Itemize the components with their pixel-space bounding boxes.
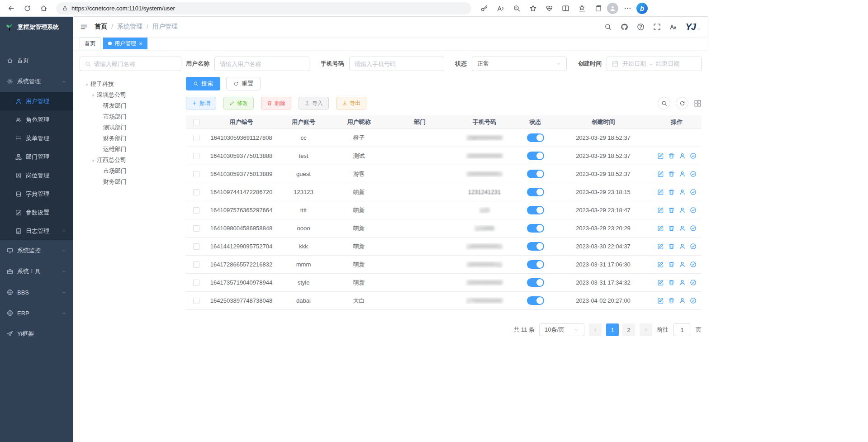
sidebar-item-dict-management[interactable]: 字典管理 <box>0 185 73 203</box>
fullscreen-icon[interactable] <box>653 23 661 31</box>
tab-close-icon[interactable]: × <box>139 41 142 47</box>
edit-row-button[interactable] <box>657 279 664 286</box>
sidebar-item-log-management[interactable]: 日志管理 <box>0 222 73 240</box>
delete-row-button[interactable] <box>668 261 675 268</box>
favorites-bar-icon[interactable] <box>574 1 589 15</box>
tree-node[interactable]: 财务部门 <box>80 176 181 187</box>
reset-button[interactable]: 重置 <box>226 77 261 90</box>
bing-copilot-icon[interactable]: b <box>636 3 648 14</box>
status-select[interactable]: 正常 <box>472 57 567 71</box>
tree-node[interactable]: ▾橙子科技 <box>80 79 181 90</box>
reset-password-row-button[interactable] <box>679 297 686 304</box>
sidebar-item-yi-framework[interactable]: Yi框架 <box>0 323 73 344</box>
edit-row-button[interactable] <box>657 225 664 232</box>
edit-row-button[interactable] <box>657 261 664 268</box>
tree-node[interactable]: 财务部门 <box>80 133 181 144</box>
tab-首页[interactable]: 首页 <box>80 38 100 49</box>
delete-row-button[interactable] <box>668 152 675 159</box>
goto-page-input[interactable] <box>673 323 691 336</box>
dept-search-input[interactable] <box>94 61 176 67</box>
sidebar-item-dept-management[interactable]: 部门管理 <box>0 147 73 166</box>
status-toggle[interactable] <box>527 152 544 160</box>
sidebar-item-user-management[interactable]: 用户管理 <box>0 92 73 110</box>
tree-node[interactable]: 研发部门 <box>80 100 181 111</box>
tree-node[interactable]: 市场部门 <box>80 166 181 176</box>
status-toggle[interactable] <box>527 133 544 142</box>
sidebar-item-bbs[interactable]: BBS <box>0 282 73 303</box>
profile-avatar[interactable] <box>607 3 618 14</box>
reset-password-row-button[interactable] <box>679 261 686 268</box>
assign-role-row-button[interactable] <box>690 171 697 177</box>
more-menu-icon[interactable] <box>620 1 635 15</box>
status-toggle[interactable] <box>527 296 544 305</box>
delete-row-button[interactable] <box>668 243 675 250</box>
sidebar-item-post-management[interactable]: 岗位管理 <box>0 166 73 185</box>
assign-role-row-button[interactable] <box>690 152 697 159</box>
export-button[interactable]: 导出 <box>336 97 366 109</box>
tree-node[interactable]: 市场部门 <box>80 111 181 122</box>
sidebar-item-menu-management[interactable]: 菜单管理 <box>0 129 73 147</box>
reset-password-row-button[interactable] <box>679 152 686 159</box>
phone-input[interactable] <box>355 61 439 67</box>
prev-page-button[interactable] <box>589 323 602 336</box>
sidebar-item-system-tools[interactable]: 系统工具 <box>0 261 73 282</box>
row-checkbox[interactable] <box>193 153 199 159</box>
delete-row-button[interactable] <box>668 225 675 232</box>
date-range-picker[interactable]: 开始日期 - 结束日期 <box>607 57 702 71</box>
breadcrumb-system[interactable]: 系统管理 <box>117 23 142 31</box>
reset-password-row-button[interactable] <box>679 243 686 250</box>
edit-row-button[interactable] <box>657 152 664 159</box>
row-checkbox[interactable] <box>193 189 199 195</box>
font-size-icon[interactable] <box>669 23 677 31</box>
reset-password-row-button[interactable] <box>679 279 686 286</box>
reset-password-row-button[interactable] <box>679 171 686 177</box>
help-icon[interactable] <box>637 23 645 31</box>
split-screen-icon[interactable] <box>558 1 573 15</box>
row-checkbox[interactable] <box>193 298 199 304</box>
assign-role-row-button[interactable] <box>690 243 697 250</box>
delete-button[interactable]: 删除 <box>261 97 291 109</box>
reset-password-row-button[interactable] <box>679 225 686 232</box>
username-input[interactable] <box>220 61 304 67</box>
home-button[interactable] <box>36 1 51 15</box>
page-button-1[interactable]: 1 <box>606 323 619 336</box>
read-aloud-icon[interactable] <box>493 1 508 15</box>
breadcrumb-home[interactable]: 首页 <box>95 23 107 31</box>
row-checkbox[interactable] <box>193 280 199 286</box>
refresh-button[interactable] <box>20 1 34 15</box>
page-button-2[interactable]: 2 <box>622 323 635 336</box>
row-checkbox[interactable] <box>193 135 199 141</box>
delete-row-button[interactable] <box>668 297 675 304</box>
status-toggle[interactable] <box>527 242 544 251</box>
status-toggle[interactable] <box>527 260 544 269</box>
status-toggle[interactable] <box>527 206 544 214</box>
add-button[interactable]: 新增 <box>186 97 216 109</box>
assign-role-row-button[interactable] <box>690 225 697 232</box>
collapse-sidebar-button[interactable] <box>80 23 88 31</box>
row-checkbox[interactable] <box>193 207 199 214</box>
url-text[interactable]: https://ccnetcore.com:1101/system/user <box>71 5 175 12</box>
delete-row-button[interactable] <box>668 171 675 177</box>
edit-row-button[interactable] <box>657 243 664 250</box>
page-size-select[interactable]: 10条/页 <box>539 323 584 336</box>
sidebar-item-role-management[interactable]: 角色管理 <box>0 110 73 129</box>
sidebar-item-erp[interactable]: ERP <box>0 303 73 323</box>
refresh-table-button[interactable] <box>676 97 688 109</box>
import-button[interactable]: 导入 <box>299 97 329 109</box>
sidebar-item-system-monitor[interactable]: 系统监控 <box>0 240 73 261</box>
status-toggle[interactable] <box>527 224 544 233</box>
tree-node[interactable]: ▾深圳总公司 <box>80 90 181 100</box>
status-toggle[interactable] <box>527 188 544 196</box>
reset-password-row-button[interactable] <box>679 189 686 195</box>
assign-role-row-button[interactable] <box>690 297 697 304</box>
select-all-checkbox[interactable] <box>193 119 199 125</box>
zoom-icon[interactable] <box>509 1 524 15</box>
sidebar-item-system-management[interactable]: 系统管理 <box>0 71 73 92</box>
password-key-icon[interactable] <box>477 1 491 15</box>
row-checkbox[interactable] <box>193 225 199 232</box>
back-button[interactable] <box>4 1 18 15</box>
tree-node[interactable]: 测试部门 <box>80 122 181 133</box>
row-checkbox[interactable] <box>193 171 199 177</box>
toggle-search-button[interactable] <box>658 97 670 109</box>
column-settings-button[interactable] <box>694 100 702 107</box>
